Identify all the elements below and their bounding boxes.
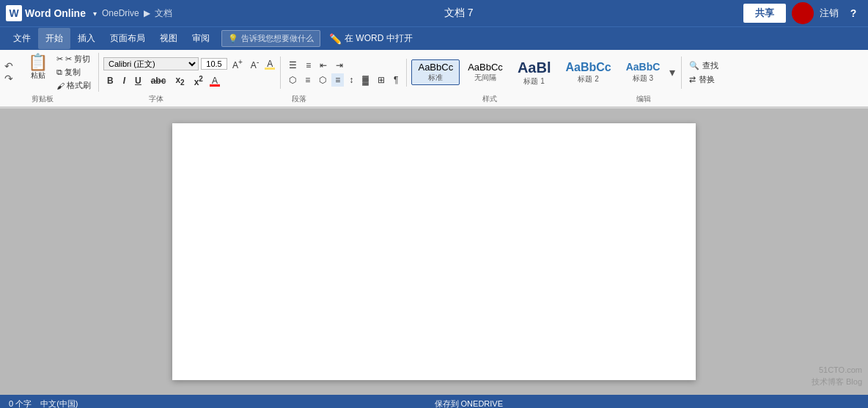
paste-button[interactable]: 📋 粘贴 [23, 53, 52, 92]
superscript-button[interactable]: x2 [191, 73, 207, 89]
language: 中文(中国) [40, 398, 78, 409]
watermark-line1: 51CTO.com [812, 365, 862, 376]
font-size-decrease-button[interactable]: A- [248, 57, 262, 72]
breadcrumb-onedrive[interactable]: OneDrive [102, 8, 139, 18]
styles-label: 样式 [365, 93, 614, 106]
line-spacing-button[interactable]: ↕ [345, 73, 357, 87]
format-painter-icon: 🖌 [56, 81, 65, 90]
underline-button[interactable]: U [131, 74, 145, 87]
font-size-input[interactable] [201, 58, 227, 70]
find-button[interactable]: 🔍 查找 [686, 59, 721, 72]
style-heading1[interactable]: AaBl 标题 1 [511, 57, 558, 89]
ribbon-labels: 剪贴板 字体 段落 样式 编辑 [0, 93, 868, 107]
clipboard-label: 剪贴板 [6, 93, 79, 106]
menu-item-file[interactable]: 文件 [6, 28, 38, 49]
style-heading2[interactable]: AaBbCc 标题 2 [559, 58, 617, 87]
replace-icon: ⇄ [689, 75, 696, 84]
style-normal[interactable]: AaBbCc 标准 [411, 59, 460, 86]
numbering-button[interactable]: ≡ [302, 59, 315, 72]
strikethrough-button[interactable]: abc [147, 74, 170, 87]
font-row-2: B I U abc x2 x2 A [103, 73, 276, 89]
ribbon: ↶ ↷ 📋 粘贴 ✂ ✂ 剪切 ⧉ 复制 🖌 格式刷 [0, 50, 868, 109]
shading-button[interactable]: ▓ [358, 73, 372, 87]
menu-item-view[interactable]: 视图 [152, 28, 185, 49]
open-in-word-button[interactable]: ✏️ 在 WORD 中打开 [329, 32, 413, 45]
align-right-button[interactable]: ⬡ [315, 73, 330, 87]
para-row-1: ☰ ≡ ⇤ ⇥ [285, 59, 402, 72]
align-left-button[interactable]: ⬡ [285, 73, 300, 87]
decrease-indent-button[interactable]: ⇤ [316, 59, 331, 72]
style-normal-sample: AaBbCc [418, 62, 453, 73]
replace-button[interactable]: ⇄ 替换 [686, 73, 721, 86]
undo-button[interactable]: ↶ [1, 60, 16, 72]
share-button[interactable]: 共享 [743, 4, 786, 23]
style-heading1-sample: AaBl [518, 59, 551, 76]
status-center: 保存到 ONEDRIVE [78, 398, 859, 409]
breadcrumb-docs[interactable]: 文档 [155, 7, 172, 20]
tell-me-input[interactable]: 💡 告诉我您想要做什么 [221, 30, 320, 47]
cut-icon: ✂ [56, 54, 63, 64]
font-size-increase-button[interactable]: A+ [229, 57, 246, 72]
highlight-color-button[interactable]: A [264, 57, 276, 70]
search-icon: 🔍 [689, 61, 699, 70]
paste-icon: 📋 [28, 54, 48, 70]
ribbon-content: ↶ ↷ 📋 粘贴 ✂ ✂ 剪切 ⧉ 复制 🖌 格式刷 [0, 50, 868, 93]
menu-item-home[interactable]: 开始 [38, 28, 70, 49]
breadcrumb: OneDrive ▶ 文档 [100, 7, 174, 20]
bold-button[interactable]: B [103, 74, 117, 87]
help-button[interactable]: ? [845, 4, 862, 22]
copy-label: 复制 [65, 67, 81, 78]
font-label: 字体 [79, 93, 233, 106]
undo-redo-group: ↶ ↷ [1, 60, 16, 84]
paragraph-group: ☰ ≡ ⇤ ⇥ ⬡ ≡ ⬡ ≡ ↕ ▓ ⊞ ¶ [281, 59, 407, 87]
italic-button[interactable]: I [119, 74, 129, 87]
font-name-select[interactable]: Calibri (正文) [103, 57, 199, 70]
doc-title: 文档 7 [174, 7, 743, 20]
menu-item-review[interactable]: 审阅 [185, 28, 217, 49]
watermark: 51CTO.com 技术博客 Blog [812, 365, 862, 387]
chevron-down-icon[interactable]: ▾ [93, 10, 97, 18]
para-row-2: ⬡ ≡ ⬡ ≡ ↕ ▓ ⊞ ¶ [285, 73, 402, 87]
paragraph-label: 段落 [233, 93, 365, 106]
menu-item-insert[interactable]: 插入 [70, 28, 103, 49]
styles-more-button[interactable]: ▾ [668, 57, 677, 89]
style-nospace[interactable]: AaBbCc 无间隔 [461, 59, 510, 86]
open-in-word-label: 在 WORD 中打开 [345, 32, 413, 45]
title-bar: W Word Online ▾ OneDrive ▶ 文档 文档 7 共享 注销… [0, 0, 868, 26]
status-left: 0 个字 中文(中国) [9, 398, 78, 409]
signin-button[interactable]: 注销 [820, 7, 839, 20]
document-page[interactable] [172, 123, 696, 380]
watermark-line2: 技术博客 Blog [812, 376, 862, 387]
font-group: Calibri (正文) A+ A- A B I U abc x2 x2 A [99, 57, 281, 89]
bullets-button[interactable]: ☰ [285, 59, 301, 72]
style-heading2-sample: AaBbCc [565, 60, 611, 74]
word-logo: W Word Online [6, 5, 86, 21]
subscript-button[interactable]: x2 [172, 73, 188, 88]
font-color-button[interactable]: A [209, 74, 221, 87]
borders-button[interactable]: ⊞ [374, 73, 389, 87]
status-bar: 0 个字 中文(中国) 保存到 ONEDRIVE [0, 395, 868, 408]
redo-button[interactable]: ↷ [1, 73, 16, 84]
lightbulb-icon: 💡 [228, 34, 238, 43]
tell-me-placeholder: 告诉我您想要做什么 [241, 33, 314, 44]
style-heading2-label: 标题 2 [578, 74, 598, 84]
style-normal-label: 标准 [428, 73, 443, 83]
show-hide-button[interactable]: ¶ [390, 73, 402, 87]
title-bar-right: 共享 注销 ? [743, 2, 862, 24]
copy-button[interactable]: ⧉ 复制 [54, 66, 94, 79]
breadcrumb-separator: ▶ [144, 8, 150, 18]
cut-button[interactable]: ✂ ✂ 剪切 [54, 53, 94, 65]
increase-indent-button[interactable]: ⇥ [332, 59, 347, 72]
clipboard-small-group: ✂ ✂ 剪切 ⧉ 复制 🖌 格式刷 [54, 53, 94, 92]
menu-item-layout[interactable]: 页面布局 [103, 28, 152, 49]
style-heading3-label: 标题 3 [633, 73, 653, 84]
replace-label: 替换 [699, 74, 715, 85]
paste-label: 粘贴 [31, 70, 45, 81]
style-heading3[interactable]: AaBbC 标题 3 [619, 59, 667, 86]
format-painter-button[interactable]: 🖌 格式刷 [54, 79, 94, 92]
justify-button[interactable]: ≡ [331, 73, 344, 87]
find-label: 查找 [702, 60, 718, 71]
user-avatar[interactable] [792, 2, 814, 24]
align-center-button[interactable]: ≡ [301, 73, 314, 87]
clipboard-group: 📋 粘贴 ✂ ✂ 剪切 ⧉ 复制 🖌 格式刷 [19, 53, 99, 92]
